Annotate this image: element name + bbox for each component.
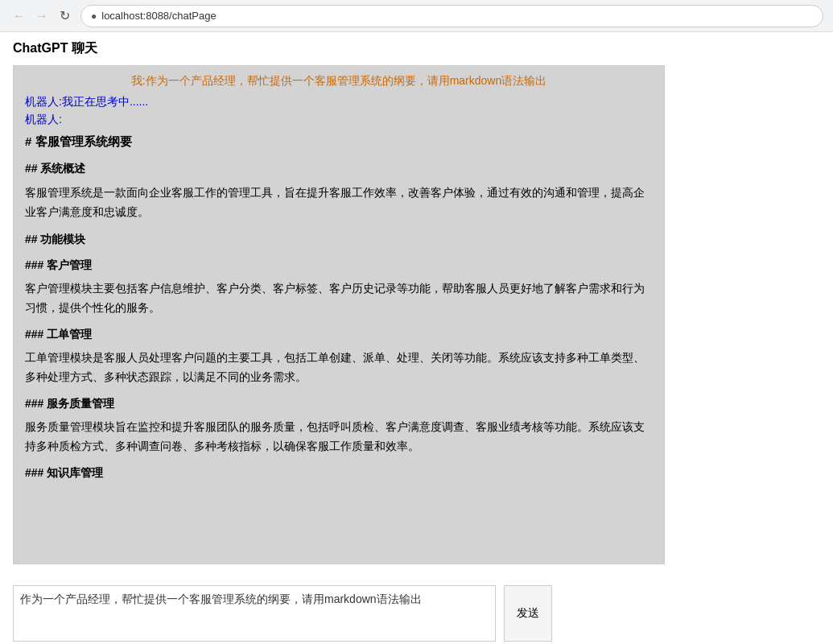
md-sub3-h3: ### 服务质量管理 [25,394,653,412]
address-bar[interactable]: ● localhost:8088/chatPage [80,5,823,27]
message-input[interactable] [13,585,496,642]
md-section1-h2: ## 系统概述 [25,159,653,177]
md-sub2-p: 工单管理模块是客服人员处理客户问题的主要工具，包括工单创建、派单、处理、关闭等功… [25,349,653,387]
page-title: ChatGPT 聊天 [13,40,820,57]
md-sub2-h3: ### 工单管理 [25,325,653,343]
chat-display-area[interactable]: 我:作为一个产品经理，帮忙提供一个客服管理系统的纲要，请用markdown语法输… [13,65,665,564]
url-text: localhost:8088/chatPage [101,10,216,22]
lock-icon: ● [91,10,97,22]
robot-label: 机器人: [25,113,653,127]
input-area: 发送 [13,577,820,644]
md-sub4-h3: ### 知识库管理 [25,464,653,481]
md-sub1-h3: ### 客户管理 [25,256,653,274]
page-content: ChatGPT 聊天 我:作为一个产品经理，帮忙提供一个客服管理系统的纲要，请用… [0,32,833,644]
md-sub1-p: 客户管理模块主要包括客户信息维护、客户分类、客户标签、客户历史记录等功能，帮助客… [25,279,653,318]
md-section1-p: 客服管理系统是一款面向企业客服工作的管理工具，旨在提升客服工作效率，改善客户体验… [25,184,653,222]
back-button[interactable]: ← [10,6,29,26]
md-section2-h2: ## 功能模块 [25,230,653,248]
md-h1: # 客服管理系统纲要 [25,132,653,151]
refresh-button[interactable]: ↻ [55,6,74,26]
send-button[interactable]: 发送 [504,585,552,642]
user-message: 我:作为一个产品经理，帮忙提供一个客服管理系统的纲要，请用markdown语法输… [25,74,653,89]
md-sub3-p: 服务质量管理模块旨在监控和提升客服团队的服务质量，包括呼叫质检、客户满意度调查、… [25,418,653,456]
nav-buttons: ← → ↻ [10,6,74,26]
robot-thinking: 机器人:我正在思考中...... [25,95,653,109]
markdown-content: # 客服管理系统纲要 ## 系统概述 客服管理系统是一款面向企业客服工作的管理工… [25,132,653,482]
forward-button[interactable]: → [32,6,52,26]
browser-chrome: ← → ↻ ● localhost:8088/chatPage [0,0,833,32]
